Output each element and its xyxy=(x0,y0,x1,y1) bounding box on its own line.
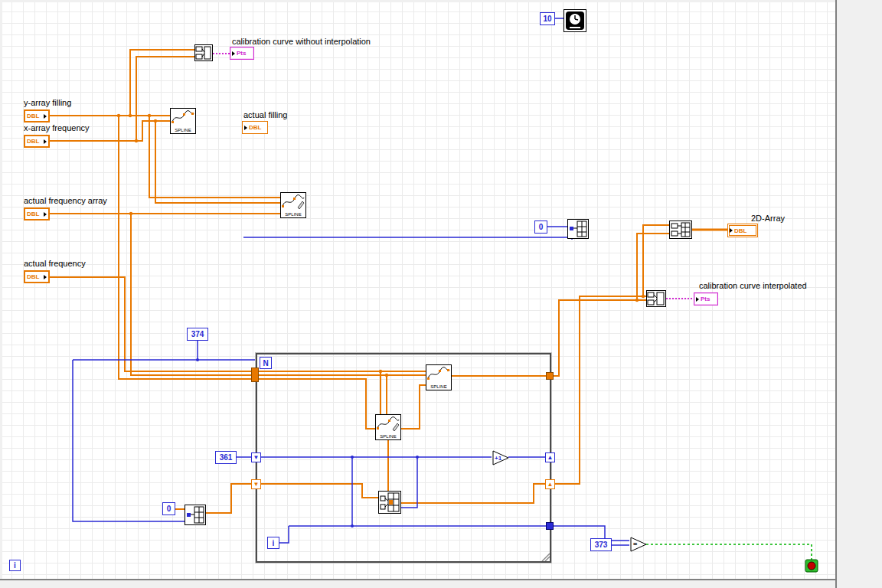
window-frame-right xyxy=(835,0,882,588)
actual-frequency-array-control[interactable]: DBL xyxy=(24,207,50,220)
spline-vi-3[interactable]: SPLINE xyxy=(426,364,452,390)
pts-type-label: Pts xyxy=(237,50,246,57)
wait-ms-function[interactable] xyxy=(564,9,586,32)
y-array-filling-control[interactable]: DBL xyxy=(24,109,50,122)
dbl-type-label: DBL xyxy=(27,273,39,280)
dbl-type-label: DBL xyxy=(249,124,261,131)
increment-label: +1 xyxy=(495,455,502,462)
control-arrow-icon xyxy=(44,275,47,279)
increment-node[interactable]: +1 xyxy=(492,450,510,469)
2d-array-indicator[interactable]: DBL xyxy=(727,224,758,237)
pts-type-label: Pts xyxy=(701,296,710,302)
window-frame-bottom xyxy=(0,579,835,588)
spline-label: SPLINE xyxy=(376,434,400,439)
replace-array-icon xyxy=(379,492,400,513)
build-array-icon xyxy=(670,221,691,238)
spline-vi-1[interactable]: SPLINE xyxy=(170,108,196,134)
dbl-type-label: DBL xyxy=(27,113,39,119)
label-actual-frequency: actual frequency xyxy=(24,259,86,268)
shift-register-left-orange[interactable]: ▼ xyxy=(251,479,261,489)
loop-output-tunnel-index[interactable] xyxy=(546,522,554,530)
control-arrow-icon xyxy=(44,212,47,217)
equal-icon: = xyxy=(629,537,648,552)
window-frame-left xyxy=(0,0,2,579)
index-constant-top[interactable]: 0 xyxy=(534,220,547,234)
dbl-type-label: DBL xyxy=(27,211,39,217)
index-array-icon xyxy=(568,220,588,238)
label-2d-array: 2D-Array xyxy=(751,214,785,223)
index-constant-bottom[interactable]: 0 xyxy=(162,502,175,515)
calibration-curve-interpolated-indicator[interactable]: Pts xyxy=(694,292,718,305)
pencil-icon xyxy=(391,422,400,431)
label-calibration-interpolated: calibration curve interpolated xyxy=(699,281,807,290)
bundle-icon xyxy=(195,45,212,60)
spline-label: SPLINE xyxy=(171,128,195,132)
spline-label: SPLINE xyxy=(426,384,451,389)
compare-constant[interactable]: 373 xyxy=(590,538,612,551)
column-init-constant[interactable]: 361 xyxy=(215,451,237,464)
loop-count-terminal[interactable]: N xyxy=(260,357,272,369)
free-iteration-terminal[interactable]: i xyxy=(9,560,21,571)
actual-frequency-control[interactable]: DBL xyxy=(24,270,50,283)
block-diagram-canvas[interactable]: 10 calibration curve without interpolati… xyxy=(0,0,882,588)
build-2d-array-node[interactable] xyxy=(669,220,692,239)
indicator-arrow-icon xyxy=(232,51,235,56)
index-array-node-top[interactable] xyxy=(567,219,589,239)
label-actual-frequency-array: actual frequency array xyxy=(24,196,107,205)
dbl-type-label: DBL xyxy=(734,227,746,234)
bundle-xy-node-right[interactable] xyxy=(646,290,666,307)
window-frame-top xyxy=(0,0,835,2)
indicator-arrow-icon xyxy=(244,126,247,130)
wait-ms-constant[interactable]: 10 xyxy=(540,12,555,25)
label-actual-filling: actual filling xyxy=(243,110,287,119)
shift-register-right-blue[interactable]: ▲ xyxy=(545,452,555,462)
loop-input-tunnel-left[interactable] xyxy=(251,368,259,382)
shift-register-left-blue[interactable]: ▼ xyxy=(251,452,261,462)
bundle-xy-node-top[interactable] xyxy=(194,44,213,61)
pencil-icon xyxy=(296,200,305,209)
loop-output-tunnel-spline[interactable] xyxy=(546,372,554,380)
x-array-frequency-control[interactable]: DBL xyxy=(24,135,50,148)
initialize-array-icon xyxy=(185,505,205,524)
equal-node[interactable]: = xyxy=(629,537,648,555)
shift-register-right-orange[interactable]: ▲ xyxy=(545,479,555,489)
equal-label: = xyxy=(633,541,637,548)
spline-vi-2[interactable]: SPLINE xyxy=(280,192,306,218)
increment-icon: +1 xyxy=(492,450,510,466)
loop-iteration-terminal[interactable]: i xyxy=(267,537,279,549)
labview-block-diagram-window: 10 calibration curve without interpolati… xyxy=(0,0,882,588)
label-x-array-frequency: x-array frequency xyxy=(24,123,90,132)
stop-led-indicator[interactable] xyxy=(805,559,818,576)
replace-array-subset-node[interactable] xyxy=(378,491,401,514)
led-icon xyxy=(805,559,818,573)
clock-icon xyxy=(564,10,586,31)
indicator-arrow-icon xyxy=(730,228,733,233)
label-calibration-without: calibration curve without interpolation xyxy=(232,37,371,46)
initialize-array-node[interactable] xyxy=(185,505,206,525)
control-arrow-icon xyxy=(44,114,47,119)
indicator-arrow-icon xyxy=(696,297,699,302)
spline-vi-4[interactable]: SPLINE xyxy=(375,414,401,440)
control-arrow-icon xyxy=(44,139,47,144)
spline-label: SPLINE xyxy=(281,212,305,217)
outer-count-constant[interactable]: 374 xyxy=(187,328,208,341)
spline-curve-icon xyxy=(171,109,195,125)
spline-curve-icon xyxy=(426,366,451,381)
label-y-array-filling: y-array filling xyxy=(24,98,71,107)
calibration-curve-without-indicator[interactable]: Pts xyxy=(230,47,254,60)
dbl-type-label: DBL xyxy=(27,138,39,145)
bundle-icon xyxy=(647,291,665,306)
actual-filling-indicator[interactable]: DBL xyxy=(242,121,268,134)
